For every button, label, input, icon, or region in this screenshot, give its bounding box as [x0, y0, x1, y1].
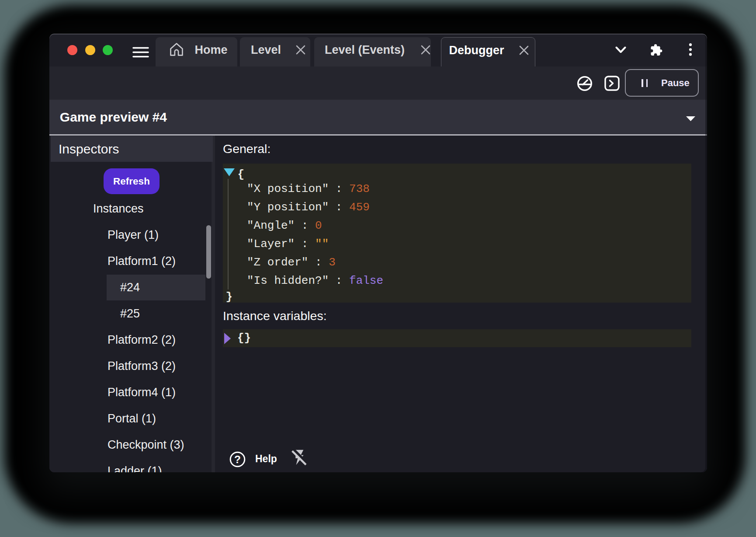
svg-text:?: ? — [234, 453, 241, 465]
